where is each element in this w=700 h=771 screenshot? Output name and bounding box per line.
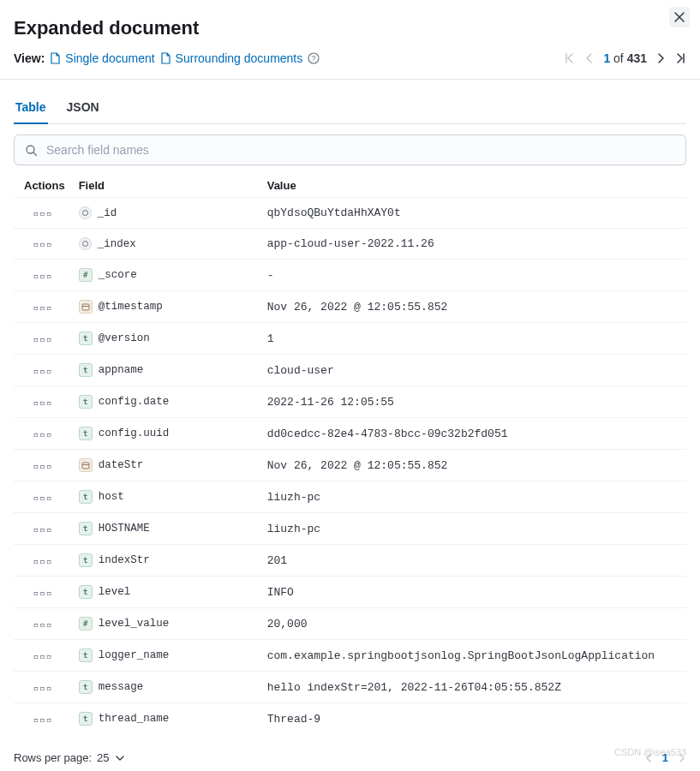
row-actions-button[interactable]: ▫▫▫ [33, 271, 52, 282]
chevron-last-icon [674, 52, 686, 64]
row-actions-button[interactable]: ▫▫▫ [33, 683, 52, 694]
number-type-icon: # [79, 617, 93, 631]
table-prev-page[interactable] [644, 753, 654, 763]
tab-json[interactable]: JSON [65, 100, 101, 124]
text-type-icon: t [79, 712, 93, 726]
surrounding-documents-label: Surrounding documents [176, 51, 303, 65]
text-type-icon: t [79, 395, 93, 409]
field-value: Nov 26, 2022 @ 12:05:55.852 [260, 291, 686, 323]
row-actions-button[interactable]: ▫▫▫ [33, 619, 52, 631]
table-row: ▫▫▫tlevelINFO [14, 577, 686, 608]
single-document-label: Single document [65, 51, 154, 65]
field-value: INFO [260, 577, 686, 608]
search-icon [25, 144, 38, 157]
row-actions-button[interactable]: ▫▫▫ [33, 493, 52, 504]
document-pager: 1 of 431 [564, 51, 686, 65]
row-actions-button[interactable]: ▫▫▫ [33, 366, 52, 377]
row-actions-button[interactable]: ▫▫▫ [33, 651, 52, 662]
chevron-right-icon [655, 52, 666, 64]
field-value: 2022-11-26 12:05:55 [260, 386, 686, 418]
fields-table: Actions Field Value ▫▫▫_idqbYdsoQBuYtdaH… [14, 172, 686, 734]
field-value: 201 [260, 545, 686, 577]
field-search[interactable] [14, 134, 686, 165]
column-value: Value [260, 172, 686, 198]
svg-text:?: ? [312, 54, 316, 63]
field-value: Nov 26, 2022 @ 12:05:55.852 [260, 450, 686, 481]
text-type-icon: t [79, 680, 93, 694]
rows-per-page-value: 25 [97, 751, 109, 764]
svg-point-4 [82, 242, 87, 247]
row-actions-button[interactable]: ▫▫▫ [33, 461, 52, 472]
close-icon [674, 12, 685, 22]
document-icon [50, 52, 61, 64]
text-type-icon: t [79, 490, 93, 504]
row-actions-button[interactable]: ▫▫▫ [33, 429, 52, 440]
field-name: @timestamp [99, 301, 163, 313]
field-value: liuzh-pc [260, 481, 686, 513]
row-actions-button[interactable]: ▫▫▫ [33, 556, 52, 567]
table-row: ▫▫▫_idqbYdsoQBuYtdaHhXAY0t [14, 198, 686, 229]
number-type-icon: # [79, 268, 93, 282]
field-name: level_value [99, 618, 170, 630]
field-name: appname [99, 364, 144, 376]
id-type-icon [79, 237, 92, 250]
svg-rect-6 [82, 463, 89, 469]
table-current-page[interactable]: 1 [662, 751, 668, 764]
field-value: - [260, 260, 686, 291]
date-type-icon [79, 458, 93, 472]
chevron-down-icon [115, 753, 125, 763]
text-type-icon: t [79, 332, 93, 345]
pager-of: of [613, 51, 624, 65]
text-type-icon: t [79, 585, 93, 599]
first-page-button[interactable] [564, 52, 576, 64]
pager-current: 1 [603, 51, 610, 65]
prev-page-button[interactable] [584, 52, 595, 64]
field-name: _score [99, 269, 137, 281]
svg-rect-5 [82, 304, 89, 310]
field-name: @version [99, 332, 150, 344]
table-row: ▫▫▫tthread_nameThread-9 [14, 703, 686, 735]
row-actions-button[interactable]: ▫▫▫ [33, 302, 52, 314]
table-row: ▫▫▫#level_value20,000 [14, 608, 686, 640]
rows-per-page-label: Rows per page: [14, 751, 92, 764]
field-value: 1 [260, 323, 686, 355]
last-page-button[interactable] [674, 52, 686, 64]
row-actions-button[interactable]: ▫▫▫ [33, 239, 52, 250]
table-row: ▫▫▫t@version1 [14, 323, 686, 355]
field-name: HOSTNAME [99, 523, 150, 535]
table-row: ▫▫▫thostliuzh-pc [14, 481, 686, 513]
row-actions-button[interactable]: ▫▫▫ [33, 208, 52, 219]
close-button[interactable] [669, 7, 690, 27]
table-row: ▫▫▫tindexStr201 [14, 545, 686, 577]
field-name: level [99, 586, 131, 598]
field-value: dd0cedcc-82e4-4783-8bcc-09c32b2fd051 [260, 418, 686, 450]
field-search-input[interactable] [46, 143, 675, 157]
tab-table[interactable]: Table [14, 100, 48, 124]
field-value: app-cloud-user-2022.11.26 [260, 229, 686, 260]
field-name: indexStr [99, 554, 150, 566]
field-value: qbYdsoQBuYtdaHhXAY0t [260, 198, 686, 229]
field-name: message [99, 681, 144, 693]
field-name: config.date [99, 396, 170, 408]
row-actions-button[interactable]: ▫▫▫ [33, 334, 52, 345]
field-value: 20,000 [260, 608, 686, 640]
row-actions-button[interactable]: ▫▫▫ [33, 524, 52, 535]
rows-per-page[interactable]: Rows per page: 25 [14, 751, 125, 764]
next-page-button[interactable] [655, 52, 666, 64]
date-type-icon [79, 300, 93, 314]
chevron-left-icon [644, 753, 654, 763]
table-next-page[interactable] [677, 753, 686, 763]
single-document-link[interactable]: Single document [50, 51, 154, 65]
row-actions-button[interactable]: ▫▫▫ [33, 588, 52, 599]
surrounding-documents-link[interactable]: Surrounding documents [160, 51, 303, 65]
text-type-icon: t [79, 427, 93, 440]
help-icon[interactable]: ? [308, 52, 320, 64]
field-value: Thread-9 [260, 703, 686, 735]
table-row: ▫▫▫dateStrNov 26, 2022 @ 12:05:55.852 [14, 450, 686, 481]
id-type-icon [79, 206, 92, 219]
field-name: config.uuid [99, 427, 170, 439]
row-actions-button[interactable]: ▫▫▫ [33, 397, 52, 409]
pager-total: 431 [627, 51, 647, 65]
text-type-icon: t [79, 648, 93, 662]
row-actions-button[interactable]: ▫▫▫ [33, 714, 52, 726]
